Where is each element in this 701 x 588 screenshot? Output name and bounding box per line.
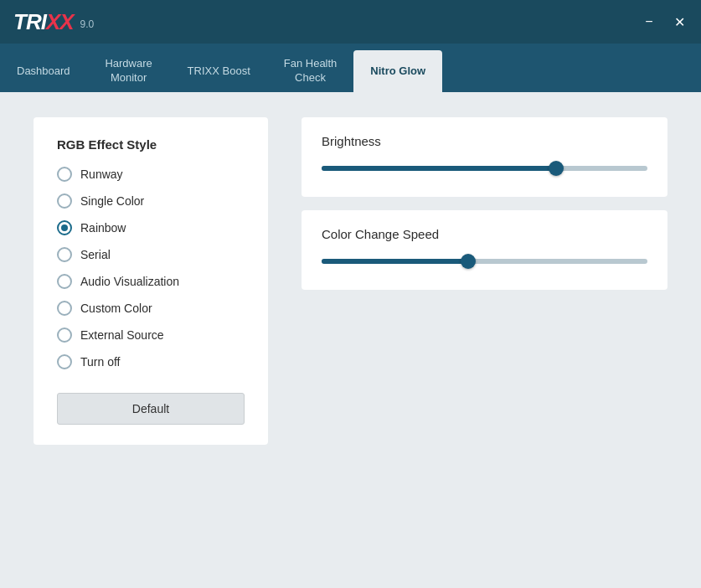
logo: TRIXX	[13, 9, 74, 35]
brightness-slider-container[interactable]	[322, 160, 647, 177]
radio-rainbow	[57, 220, 72, 235]
radio-single-color	[57, 193, 72, 209]
brightness-card: Brightness	[302, 117, 667, 197]
tab-fan-health-check[interactable]: Fan HealthCheck	[267, 50, 354, 92]
option-turn-off[interactable]: Turn off	[57, 354, 245, 369]
color-change-speed-slider-container[interactable]	[322, 253, 647, 270]
version-label: 9.0	[80, 18, 95, 30]
brightness-title: Brightness	[322, 134, 647, 148]
main-content: RGB Effect Style Runway Single Color Rai…	[0, 92, 701, 588]
option-custom-color[interactable]: Custom Color	[57, 301, 245, 316]
logo-x: XX	[46, 9, 74, 34]
right-panel: Brightness Color Change Speed	[302, 117, 667, 563]
option-rainbow[interactable]: Rainbow	[57, 220, 245, 235]
brightness-track	[322, 166, 647, 171]
option-external-source[interactable]: External Source	[57, 328, 245, 343]
radio-dot	[61, 224, 68, 231]
radio-turn-off	[57, 354, 72, 369]
color-change-speed-fill	[322, 259, 468, 264]
option-single-color[interactable]: Single Color	[57, 193, 245, 209]
window-controls: − ✕	[637, 10, 691, 34]
title-bar: TRIXX 9.0 − ✕	[0, 0, 701, 44]
rgb-effect-title: RGB Effect Style	[57, 137, 245, 152]
color-change-speed-thumb[interactable]	[461, 254, 476, 269]
radio-serial	[57, 247, 72, 262]
brightness-fill	[322, 166, 556, 171]
tab-bar: Dashboard HardwareMonitor TRIXX Boost Fa…	[0, 44, 701, 92]
radio-audio-visualization	[57, 274, 72, 289]
tab-hardware-monitor[interactable]: HardwareMonitor	[87, 50, 171, 92]
tab-trixx-boost[interactable]: TRIXX Boost	[171, 50, 267, 92]
radio-group: Runway Single Color Rainbow Serial Audio…	[57, 167, 245, 369]
option-audio-visualization[interactable]: Audio Visualization	[57, 274, 245, 289]
rgb-effect-panel: RGB Effect Style Runway Single Color Rai…	[34, 117, 268, 445]
default-button[interactable]: Default	[57, 393, 245, 425]
radio-runway	[57, 167, 72, 182]
minimize-button[interactable]: −	[637, 10, 661, 34]
close-button[interactable]: ✕	[667, 10, 691, 34]
option-runway[interactable]: Runway	[57, 167, 245, 182]
radio-external-source	[57, 328, 72, 343]
color-change-speed-title: Color Change Speed	[322, 227, 647, 241]
radio-custom-color	[57, 301, 72, 316]
brightness-thumb[interactable]	[549, 161, 564, 176]
tab-nitro-glow[interactable]: Nitro Glow	[353, 50, 442, 92]
logo-area: TRIXX 9.0	[13, 9, 94, 35]
tab-dashboard[interactable]: Dashboard	[0, 50, 87, 92]
color-change-speed-card: Color Change Speed	[302, 210, 667, 290]
color-change-speed-track	[322, 259, 647, 264]
option-serial[interactable]: Serial	[57, 247, 245, 262]
logo-text: TRIXX	[13, 9, 74, 35]
